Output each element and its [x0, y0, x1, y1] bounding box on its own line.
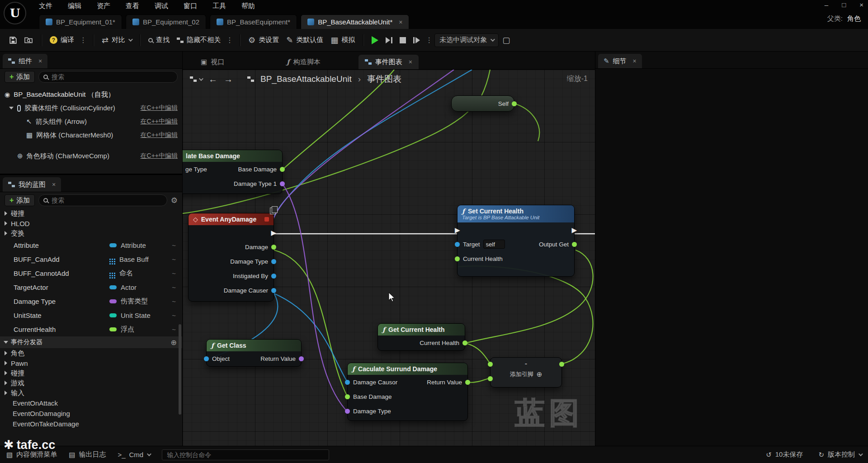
add-dispatcher-icon[interactable]: ⊕	[171, 338, 177, 347]
menu-asset[interactable]: 资产	[97, 2, 110, 10]
hide-unrelated-options[interactable]: ⋮	[224, 36, 235, 44]
edit-in-cpp-link[interactable]: 在C++中编辑	[141, 118, 178, 126]
node-self[interactable]: Self	[451, 95, 514, 112]
dispatcher-eventonattack[interactable]: EventOnAttack	[0, 398, 182, 408]
pin-object-in[interactable]	[204, 356, 209, 361]
dispatcher-category-character[interactable]: 角色	[0, 348, 182, 358]
tab-my-blueprint[interactable]: 我的蓝图 ×	[3, 177, 61, 192]
visibility-icon[interactable]: ~	[172, 269, 176, 277]
tab-viewport[interactable]: ▣ 视口	[194, 55, 231, 69]
expander-icon[interactable]	[5, 371, 7, 375]
pin-subtract-out[interactable]	[559, 362, 564, 367]
dispatcher-category-game[interactable]: 游戏	[0, 378, 182, 388]
pin-exec-out[interactable]: ▶	[571, 227, 577, 233]
save-button[interactable]	[5, 32, 21, 48]
visibility-icon[interactable]: ~	[172, 326, 176, 333]
breadcrumb-current[interactable]: 事件图表	[367, 73, 401, 85]
debug-filter-button[interactable]: ▢	[499, 32, 514, 48]
hide-unrelated-button[interactable]: 隐藏不相关	[173, 32, 224, 48]
stop-button[interactable]	[396, 32, 410, 48]
close-button[interactable]: ×	[859, 1, 863, 9]
dispatcher-category-pawn[interactable]: Pawn	[0, 358, 182, 368]
filter-gear-icon[interactable]: ⚙	[171, 196, 178, 205]
visibility-icon[interactable]: ~	[172, 255, 176, 263]
tab-bp-baseattackableunit[interactable]: BP_BaseAttackableUnit* ×	[301, 14, 409, 29]
variable-row-targetactor[interactable]: TargetActor Actor ~	[0, 280, 182, 294]
tab-close-icon[interactable]: ×	[399, 19, 402, 26]
components-search-input[interactable]	[52, 73, 173, 80]
compile-options[interactable]: ⋮	[78, 36, 89, 44]
bookmarks-dropdown[interactable]	[190, 76, 202, 82]
expander-icon[interactable]	[5, 231, 7, 236]
edit-in-cpp-link[interactable]: 在C++中编辑	[141, 104, 178, 112]
breadcrumb-root[interactable]: BP_BaseAttackableUnit	[260, 74, 352, 84]
component-row-charmove[interactable]: ⊕ 角色移动 (CharMoveComp) 在C++中编辑	[0, 149, 182, 163]
pin-subtract-in-b[interactable]	[488, 376, 493, 381]
eject-button[interactable]	[410, 32, 424, 48]
component-row-capsule[interactable]: 胶囊体组件 (CollisionCylinder) 在C++中编辑	[0, 101, 182, 115]
expander-icon[interactable]	[5, 361, 7, 365]
pin-damage-out[interactable]	[271, 245, 276, 250]
expander-icon[interactable]	[5, 211, 7, 216]
frame-skip-button[interactable]	[382, 32, 396, 48]
tab-bp-equipment-01[interactable]: BP_Equipment_01*	[39, 14, 122, 29]
tab-construction-script[interactable]: ƒ 构造脚本	[280, 55, 326, 69]
unsaved-button[interactable]: ↺ 10未保存	[766, 450, 803, 459]
expander-icon[interactable]	[9, 107, 14, 109]
browse-button[interactable]	[21, 32, 37, 48]
expander-icon[interactable]	[5, 221, 7, 226]
add-blueprint-item-button[interactable]: + 添加	[5, 194, 35, 206]
tab-bp-equipment-02[interactable]: BP_Equipment_02	[126, 14, 206, 29]
debug-object-dropdown[interactable]: 未选中调试对象	[434, 33, 499, 47]
find-button[interactable]: 查找	[145, 32, 173, 48]
minimize-button[interactable]: –	[825, 1, 828, 9]
menu-tools[interactable]: 工具	[212, 2, 226, 10]
variable-row-currenthealth[interactable]: CurrentHealth 浮点 ~	[0, 322, 182, 336]
pin-exec-in[interactable]: ▶	[455, 227, 460, 233]
node-event-anydamage[interactable]: ◇ Event AnyDamage ▶ Damage Damage Type I…	[188, 213, 274, 302]
variable-row-unitstate[interactable]: UnitState Unit State ~	[0, 308, 182, 322]
parent-class-value[interactable]: 角色	[847, 14, 861, 22]
menu-view[interactable]: 查看	[126, 2, 139, 10]
edit-in-cpp-link[interactable]: 在C++中编辑	[141, 152, 178, 160]
nav-back-button[interactable]: ←	[208, 74, 217, 85]
tab-close-icon[interactable]: ×	[633, 57, 637, 65]
component-row-root[interactable]: ◉ BP_BaseAttackableUnit （自我）	[0, 88, 182, 101]
output-log-button[interactable]: ▤ 输出日志	[69, 450, 106, 459]
event-dispatchers-section[interactable]: 事件分发器 ⊕	[0, 336, 182, 348]
pin-damage-causer-out[interactable]	[271, 288, 276, 293]
play-button[interactable]	[368, 32, 382, 48]
tab-details[interactable]: ✎ 细节 ×	[598, 54, 642, 68]
pin-base-damage-in[interactable]	[345, 394, 350, 399]
edit-in-cpp-link[interactable]: 在C++中编辑	[141, 131, 178, 139]
tab-close-icon[interactable]: ×	[38, 57, 42, 65]
add-component-button[interactable]: + 添加	[5, 71, 35, 83]
expander-icon[interactable]	[5, 391, 7, 395]
expander-icon[interactable]	[5, 351, 7, 355]
dispatcher-eventontakedamage[interactable]: EventOnTakeDamage	[0, 419, 182, 429]
node-set-current-health[interactable]: ƒ Set Current Health Target is BP Base A…	[457, 205, 575, 277]
target-value-input[interactable]	[483, 240, 505, 249]
node-calculate-base-damage[interactable]: late Base Damage ge Type Base Damage Dam…	[183, 150, 283, 194]
tab-close-icon[interactable]: ×	[52, 181, 56, 188]
version-control-button[interactable]: ↻ 版本控制	[818, 450, 862, 459]
pin-return-value-out[interactable]	[299, 356, 304, 361]
cmd-dropdown[interactable]: >_ Cmd	[118, 451, 150, 458]
pin-exec-out[interactable]: ▶	[271, 229, 276, 236]
pin-target-in[interactable]	[455, 242, 460, 247]
diff-button[interactable]: ⇄ 对比	[98, 32, 135, 48]
variable-row-buff-cannotadd[interactable]: BUFF_CannotAdd 命名 ~	[0, 266, 182, 280]
expander-icon[interactable]	[5, 381, 7, 385]
pin-instigated-by-out[interactable]	[271, 274, 276, 279]
menu-debug[interactable]: 调试	[155, 2, 168, 10]
visibility-icon[interactable]: ~	[172, 283, 176, 291]
menu-edit[interactable]: 编辑	[68, 2, 81, 10]
pin-current-health-out[interactable]	[462, 340, 467, 345]
dispatcher-eventondamaging[interactable]: EventOnDamaging	[0, 408, 182, 419]
pin-damage-type-in[interactable]	[345, 409, 350, 414]
maximize-button[interactable]: □	[842, 1, 846, 9]
variable-row-attribute[interactable]: Attribute Attribute ~	[0, 238, 182, 252]
menu-help[interactable]: 帮助	[241, 2, 255, 10]
variable-row-buff-canadd[interactable]: BUFF_CanAdd Base Buff ~	[0, 252, 182, 266]
simulate-button[interactable]: ▦ 模拟	[327, 32, 359, 48]
